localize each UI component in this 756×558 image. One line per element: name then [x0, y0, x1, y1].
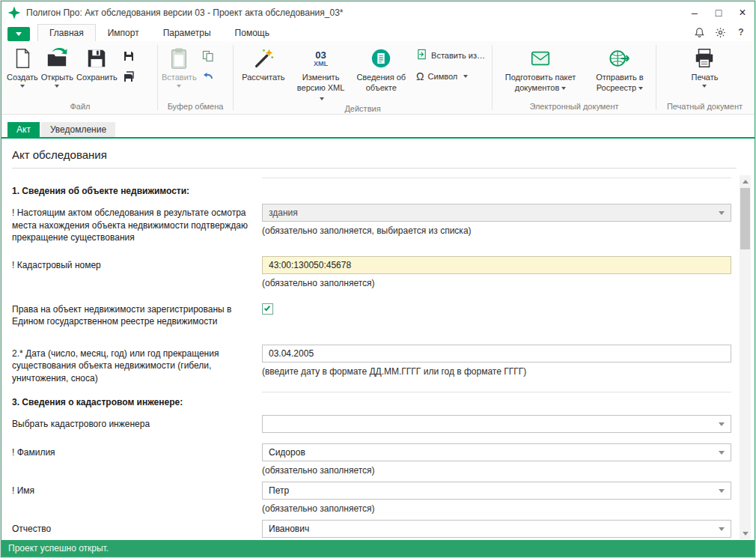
prepare-package-button[interactable]: Подготовить пакет документов — [495, 44, 586, 94]
open-folder-icon — [45, 46, 69, 70]
cadastral-number-input[interactable] — [262, 256, 731, 274]
rights-label: Права на объект недвижимости зарегистрир… — [12, 300, 262, 328]
choose-engineer-label: Выбрать кадастрового инженера — [12, 415, 262, 431]
existence-row: ! Настоящим актом обследования в результ… — [12, 204, 731, 244]
termination-date-label: 2.* Дата (число, месяц, год) или год пре… — [12, 345, 262, 385]
close-button[interactable]: × — [731, 1, 755, 24]
vertical-scrollbar[interactable] — [740, 175, 751, 539]
status-message: Проект успешно открыт. — [8, 543, 109, 554]
chevron-down-icon — [16, 32, 22, 36]
chevron-down-icon — [638, 87, 643, 90]
last-name-select[interactable]: Сидоров — [262, 443, 731, 461]
choose-engineer-row: Выбрать кадастрового инженера — [12, 415, 731, 433]
doc-tab-notification[interactable]: Уведомление — [41, 122, 115, 137]
scrollbar-thumb[interactable] — [740, 188, 750, 249]
send-rosreestr-button[interactable]: Отправить в Росреестр — [586, 44, 653, 94]
paste-clipboard-icon — [167, 46, 191, 70]
middle-name-select[interactable]: Иванович — [262, 520, 731, 538]
insert-from-icon — [416, 49, 427, 61]
last-name-hint: (обязательно заполняется) — [262, 465, 731, 476]
cadastral-hint: (обязательно заполняется) — [262, 278, 731, 288]
open-button[interactable]: Открыть — [40, 44, 75, 88]
magic-wand-icon — [252, 46, 275, 70]
ribbon: Создать Открыть Сохранить — [1, 41, 755, 115]
tab-help[interactable]: Помощь — [223, 24, 281, 41]
ribbon-tab-row: Главная Импорт Параметры Помощь ? — [1, 24, 755, 41]
first-name-row: ! Имя Петр (обязательно заполняется) — [12, 482, 731, 514]
object-info-button[interactable]: Сведения об объекте — [350, 44, 412, 94]
existence-label: ! Настоящим актом обследования в результ… — [12, 204, 262, 244]
scroll-up-arrow[interactable] — [740, 175, 751, 187]
calculate-button[interactable]: Рассчитать — [236, 44, 291, 83]
group-label-printdocument: Печатный документ — [656, 101, 753, 114]
help-icon[interactable]: ? — [735, 26, 747, 38]
scroll-down-arrow[interactable] — [740, 527, 751, 539]
omega-icon: Ω — [416, 70, 424, 82]
document-tab-strip: Акт Уведомление — [1, 123, 755, 139]
section-divider — [262, 392, 731, 392]
change-xml-version-button[interactable]: 03 XML Изменить версию XML — [291, 44, 351, 103]
group-label-file: Файл — [3, 101, 157, 114]
section-divider — [262, 178, 731, 178]
printer-icon — [692, 46, 716, 70]
xml-version-icon: 03 XML — [309, 46, 333, 70]
section1-header: 1. Сведения об объекте недвижимости: — [12, 186, 731, 196]
tab-import[interactable]: Импорт — [96, 24, 151, 41]
maximize-button[interactable]: □ — [707, 1, 731, 24]
rights-checkbox[interactable] — [262, 303, 273, 315]
existence-hint: (обязательно заполняется, выбирается из … — [262, 225, 731, 236]
create-button[interactable]: Создать — [5, 44, 40, 88]
section3-header: 3. Сведения о кадастровом инженере: — [12, 397, 731, 407]
rights-row: Права на объект недвижимости зарегистрир… — [12, 300, 731, 328]
minimize-button[interactable]: – — [683, 1, 707, 24]
ribbon-group-clipboard: Вставить Буфер обмена — [158, 41, 233, 114]
copy-button[interactable] — [200, 49, 216, 64]
termination-date-input[interactable] — [262, 345, 731, 363]
settings-gear-icon[interactable] — [714, 26, 726, 38]
object-info-icon — [369, 46, 393, 70]
symbol-button[interactable]: Ω Символ — [413, 69, 488, 84]
window-title: Полигон Про: Акт обследования версии 03 … — [26, 7, 683, 18]
termination-date-row: 2.* Дата (число, месяц, год) или год пре… — [12, 345, 731, 385]
existence-type-select[interactable]: здания — [262, 204, 731, 222]
undo-button[interactable] — [200, 70, 216, 85]
doc-tab-act[interactable]: Акт — [7, 122, 40, 137]
middle-name-row: Отчество Иванович (при наличии) — [12, 520, 731, 540]
chevron-down-icon — [55, 85, 59, 88]
choose-engineer-select[interactable] — [262, 415, 731, 433]
chevron-down-icon — [320, 97, 324, 100]
notifications-bell-icon[interactable] — [693, 26, 705, 38]
paste-button[interactable]: Вставить — [160, 44, 198, 88]
chevron-down-icon — [702, 85, 707, 88]
document-package-icon — [528, 46, 552, 70]
first-name-select[interactable]: Петр — [262, 482, 731, 500]
termination-date-hint: (введите дату в формате ДД.ММ.ГГГГ или г… — [262, 366, 731, 377]
app-window: Полигон Про: Акт обследования версии 03 … — [1, 1, 755, 557]
checkmark-icon — [264, 304, 270, 311]
new-document-icon — [10, 46, 34, 70]
tab-parameters[interactable]: Параметры — [151, 24, 223, 41]
chevron-down-icon — [719, 451, 725, 455]
save-all-button[interactable] — [121, 70, 137, 85]
first-name-label: ! Имя — [12, 482, 262, 497]
page-title: Акт обследования — [12, 148, 755, 161]
chevron-down-icon — [719, 527, 725, 531]
print-button[interactable]: Печать — [689, 44, 719, 88]
chevron-down-icon — [719, 489, 725, 493]
tab-home[interactable]: Главная — [37, 24, 96, 41]
group-label-clipboard: Буфер обмена — [158, 101, 233, 114]
chevron-down-icon — [20, 85, 25, 88]
save-as-button[interactable] — [121, 49, 137, 64]
app-menu-button[interactable] — [7, 27, 30, 41]
ribbon-group-printdocument: Печать Печатный документ — [656, 41, 753, 114]
first-name-hint: (обязательно заполняется) — [262, 503, 731, 514]
app-logo-icon — [7, 6, 21, 19]
save-button[interactable]: Сохранить — [75, 44, 119, 83]
insert-from-button[interactable]: Вставить из… — [413, 47, 488, 63]
status-bar: Проект успешно открыт. — [1, 540, 755, 557]
group-label-edocument: Электронный документ — [493, 101, 656, 114]
ribbon-group-edocument: Подготовить пакет документов Отправить в… — [493, 41, 656, 114]
cadastral-label: ! Кадастровый номер — [12, 256, 262, 272]
group-label-actions: Действия — [234, 103, 492, 115]
save-floppy-icon — [85, 46, 109, 70]
